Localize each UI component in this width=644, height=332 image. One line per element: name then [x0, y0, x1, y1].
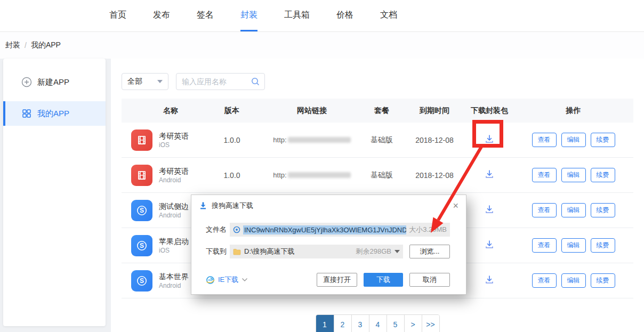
- page-last[interactable]: >>: [422, 315, 439, 332]
- chevron-down-icon: [157, 80, 163, 83]
- download-solid-icon: [199, 201, 207, 210]
- save-path-text: D:\搜狗高速下载: [244, 247, 356, 256]
- column-header-version: 版本: [200, 106, 264, 116]
- view-button[interactable]: 查看: [532, 273, 557, 288]
- save-path-field[interactable]: D:\搜狗高速下载 剩余298GB: [230, 245, 403, 258]
- folder-icon: [233, 248, 241, 255]
- cell-actions: 查看 编辑 续费: [513, 238, 633, 253]
- dialog-title: 搜狗高速下载: [212, 201, 253, 210]
- svg-text:S: S: [140, 207, 144, 214]
- sidebar-item-label: 新建APP: [37, 77, 69, 87]
- link-prefix: http:: [273, 136, 286, 144]
- cell-version: 1.0.0: [200, 136, 264, 144]
- page-5[interactable]: 5: [387, 315, 404, 332]
- cell-actions: 查看 编辑 续费: [513, 203, 633, 217]
- file-size: 大小3.29MB: [409, 225, 447, 234]
- blurred-url: [288, 137, 351, 143]
- page-1[interactable]: 1: [316, 315, 334, 332]
- cell-actions: 查看 编辑 续费: [513, 168, 633, 182]
- breadcrumb-current: 我的APP: [31, 41, 61, 50]
- cell-download: [465, 239, 513, 252]
- edit-button[interactable]: 编辑: [561, 203, 586, 217]
- filter-select[interactable]: 全部: [122, 73, 168, 90]
- cell-plan: 基础版: [360, 171, 404, 180]
- nav-item-toolbox[interactable]: 工具箱: [284, 0, 310, 31]
- app-name: 基本世界: [159, 272, 189, 281]
- ie-download-toggle[interactable]: IE下载: [206, 275, 248, 285]
- view-button[interactable]: 查看: [532, 133, 557, 147]
- edit-button[interactable]: 编辑: [561, 273, 586, 288]
- table-header-row: 名称 版本 网站链接 套餐 到期时间 下载封装包 操作: [122, 99, 633, 123]
- ie-icon: [206, 276, 215, 285]
- app-platform: Android: [159, 211, 189, 220]
- link-prefix: http:: [273, 171, 286, 179]
- breadcrumb-separator: /: [25, 41, 27, 50]
- column-header-expire: 到期时间: [404, 106, 465, 116]
- app-platform: iOS: [159, 246, 189, 255]
- ie-download-label: IE下载: [218, 275, 238, 285]
- sidebar-item-my-app[interactable]: 我的APP: [3, 101, 106, 126]
- browse-button[interactable]: 浏览...: [409, 245, 450, 258]
- cancel-button[interactable]: 取消: [409, 273, 450, 287]
- edit-button[interactable]: 编辑: [561, 168, 586, 182]
- sidebar-item-new-app[interactable]: 新建APP: [3, 70, 106, 94]
- download-package-icon[interactable]: [484, 204, 495, 215]
- cell-download: [465, 169, 513, 181]
- column-header-link: 网站链接: [264, 106, 360, 116]
- view-button[interactable]: 查看: [532, 203, 557, 217]
- download-package-icon[interactable]: [484, 169, 495, 180]
- open-directly-button[interactable]: 直接打开: [317, 273, 357, 287]
- svg-text:S: S: [140, 242, 144, 249]
- sidebar-item-label: 我的APP: [37, 109, 69, 119]
- download-package-icon[interactable]: [484, 239, 495, 250]
- nav-item-package[interactable]: 封装: [240, 0, 257, 31]
- page-3[interactable]: 3: [351, 315, 369, 332]
- cell-name: 考研英语 iOS: [122, 129, 200, 151]
- page-2[interactable]: 2: [334, 315, 351, 332]
- edit-button[interactable]: 编辑: [561, 133, 586, 147]
- path-dropdown-icon[interactable]: [395, 250, 400, 253]
- cell-actions: 查看 编辑 续费: [513, 133, 633, 147]
- download-package-icon[interactable]: [484, 274, 495, 285]
- file-type-icon: [233, 226, 240, 233]
- nav-item-price[interactable]: 价格: [336, 0, 353, 31]
- column-header-download: 下载封装包: [465, 106, 513, 116]
- dialog-footer: IE下载 直接打开 下载 取消: [191, 275, 466, 285]
- cell-name: S 苹果启动 iOS: [122, 235, 200, 256]
- filename-row: 文件名 INC9wNnRNbXgwUE5jYjlhaXk3OWlEMG1JVnJ…: [191, 223, 450, 237]
- nav-item-docs[interactable]: 文档: [380, 0, 397, 31]
- download-button[interactable]: 下载: [364, 273, 403, 287]
- top-nav: 首页 发布 签名 封装 工具箱 价格 文档: [0, 0, 644, 32]
- close-icon[interactable]: ×: [453, 201, 458, 210]
- app-name: 苹果启动: [159, 237, 189, 246]
- cell-download: [465, 274, 513, 287]
- app-platform: Android: [159, 281, 189, 290]
- page-next[interactable]: >: [404, 315, 422, 332]
- nav-item-home[interactable]: 首页: [109, 0, 126, 31]
- search-input[interactable]: [182, 77, 251, 86]
- nav-item-publish[interactable]: 发布: [153, 0, 170, 31]
- search-icon[interactable]: [251, 77, 260, 86]
- renew-button[interactable]: 续费: [591, 133, 615, 147]
- cell-expire: 2018-12-08: [404, 136, 465, 144]
- blurred-url: [288, 172, 351, 178]
- view-button[interactable]: 查看: [532, 238, 557, 253]
- renew-button[interactable]: 续费: [591, 238, 615, 253]
- renew-button[interactable]: 续费: [591, 273, 615, 288]
- view-button[interactable]: 查看: [532, 168, 557, 182]
- page-4[interactable]: 4: [369, 315, 387, 332]
- breadcrumb-section[interactable]: 封装: [5, 41, 20, 50]
- highlight-box: [472, 120, 503, 148]
- renew-button[interactable]: 续费: [591, 203, 615, 217]
- pagination: 1 2 3 4 5 > >>: [316, 314, 440, 332]
- renew-button[interactable]: 续费: [591, 168, 615, 182]
- edit-button[interactable]: 编辑: [561, 238, 586, 253]
- filename-field[interactable]: INC9wNnRNbXgwUE5jYjlhaXk3OWlEMG1JVnJDND0…: [230, 223, 450, 237]
- svg-text:S: S: [140, 277, 144, 285]
- table-row: 考研英语 Android 1.0.0 http: 基础版 2018-12-08 …: [122, 158, 633, 193]
- sidebar: 新建APP 我的APP: [3, 59, 106, 326]
- disk-space-left: 剩余298GB: [356, 247, 391, 256]
- breadcrumb: 封装 / 我的APP: [0, 32, 644, 59]
- nav-item-sign[interactable]: 签名: [197, 0, 214, 31]
- save-to-label: 下载到: [206, 247, 230, 256]
